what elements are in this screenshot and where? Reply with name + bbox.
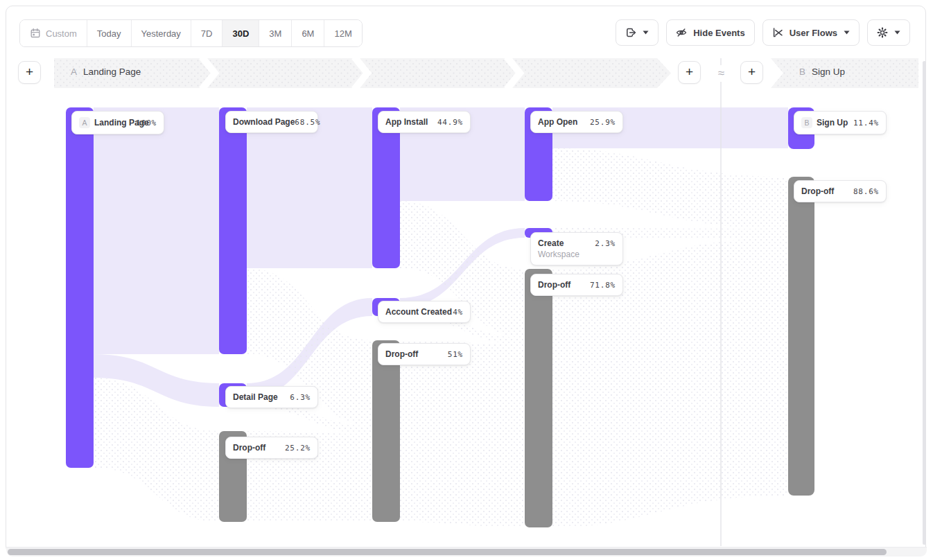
export-button[interactable] [616,19,659,46]
date-range-30d-active[interactable]: 30D [222,20,259,46]
node-percent: 2.3% [595,239,616,248]
node-label: Detail Page [233,392,278,402]
eye-off-icon [676,27,687,38]
approx-separator: ≈ [713,65,730,82]
date-range-6m[interactable]: 6M [291,20,324,46]
node-badge: B [801,117,812,128]
plus-icon: + [748,64,756,80]
vertical-scrollbar-thumb[interactable] [923,61,926,545]
ribbon-appopen-dropoffb[interactable] [552,148,788,229]
node-card-create-workspace[interactable]: Create2.3% Workspace [530,232,623,265]
date-range-yesterday[interactable]: Yesterday [131,20,191,46]
node-label-line2: Workspace [538,250,616,259]
node-card-dropoff-step3[interactable]: Drop-off 51% [378,343,471,365]
date-range-7d[interactable]: 7D [191,20,223,46]
date-range-label: 7D [201,28,213,39]
export-arrow-icon [625,27,636,38]
node-percent: 25.9% [590,118,616,127]
node-card-app-open[interactable]: App Open 25.9% [530,111,623,133]
node-percent: 51% [448,350,463,359]
node-label: Drop-off [538,280,570,290]
node-label: Drop-off [801,186,834,196]
caret-down-icon [643,30,649,35]
approx-glyph: ≈ [718,67,724,80]
ribbon-landing-download[interactable] [94,107,219,354]
plus-icon: + [26,64,33,80]
hide-events-label: Hide Events [693,28,744,38]
node-percent: 6.3% [290,393,311,402]
gear-icon [877,27,888,38]
flow-canvas [0,0,933,560]
horizontal-scrollbar-thumb[interactable] [8,549,887,555]
node-card-dropoff-step2[interactable]: Drop-off 25.2% [225,437,318,459]
node-badge: A [79,117,90,128]
bar-dropoff-step4[interactable] [525,269,552,527]
node-card-dropoff-step-b[interactable]: Drop-off 88.6% [794,180,887,202]
node-percent: 71.8% [590,281,616,290]
node-percent: 25.2% [285,444,311,453]
view-mode-button[interactable]: User Flows [762,19,860,46]
add-step-button-mid[interactable]: + [678,61,701,84]
plus-icon: + [686,64,693,80]
node-label: App Open [538,117,577,127]
flow-chart-icon [772,27,783,38]
date-range-3m[interactable]: 3M [259,20,291,46]
calendar-icon [30,28,41,39]
date-range-picker: Custom Today Yesterday 7D 30D 3M 6M 12M [19,19,363,47]
node-card-dropoff-step4[interactable]: Drop-off 71.8% [530,274,623,296]
date-range-today[interactable]: Today [87,20,131,46]
date-range-label: Custom [46,28,77,39]
step-a-header: A Landing Page [71,67,141,77]
user-flows-app: Custom Today Yesterday 7D 30D 3M 6M 12M … [0,0,933,560]
bar-landing-page[interactable] [66,107,94,468]
date-range-label: Today [97,28,121,39]
bar-download-page[interactable] [219,107,247,354]
bar-dropoff-step3[interactable] [372,340,400,522]
node-percent: 68.5% [295,118,320,127]
step-b-name: Sign Up [812,67,845,77]
node-label: Sign Up [817,118,848,128]
node-label: Drop-off [385,349,418,359]
node-card-app-install[interactable]: App Install 44.9% [378,111,471,133]
date-range-label: 6M [302,28,314,39]
hide-events-button[interactable]: Hide Events [666,19,754,46]
node-card-landing-page[interactable]: ALanding Page 100% [71,111,164,134]
view-mode-label: User Flows [790,28,837,38]
date-range-label: 30D [232,28,249,39]
node-label: Create [538,238,564,248]
node-card-download-page[interactable]: Download Page 68.5% [225,111,318,133]
date-range-label: 12M [334,28,351,39]
add-step-button-right[interactable]: + [740,61,763,84]
add-step-button-left[interactable]: + [18,61,41,84]
horizontal-scrollbar-track [6,547,927,557]
date-range-label: 3M [269,28,281,39]
date-range-12m[interactable]: 12M [324,20,361,46]
ribbon-dropoff3-dropoff4[interactable] [400,340,525,527]
date-range-custom[interactable]: Custom [20,20,87,46]
node-percent: 44.9% [437,118,463,127]
node-label: Drop-off [233,443,265,453]
node-label: Download Page [233,117,295,127]
bar-dropoff-step-b[interactable] [788,177,814,496]
step-a-letter: A [71,67,77,77]
node-percent: 4% [453,308,463,317]
node-percent: 11.4% [853,119,879,128]
node-percent: 88.6% [853,187,879,196]
step-a-name: Landing Page [83,67,141,77]
node-percent: 100% [136,119,157,128]
step-b-header: B Sign Up [799,67,845,77]
node-label: Account Created [385,307,452,317]
node-card-account-created[interactable]: Account Created 4% [378,301,471,323]
caret-down-icon [844,30,850,35]
node-label: App Install [385,117,428,127]
step-b-letter: B [799,67,805,77]
toolbar-actions: Hide Events User Flows [616,19,910,46]
settings-button[interactable] [867,19,910,46]
caret-down-icon [894,30,900,35]
date-range-label: Yesterday [141,28,181,39]
node-card-sign-up[interactable]: BSign Up 11.4% [794,111,887,134]
node-card-detail-page[interactable]: Detail Page 6.3% [225,386,318,408]
